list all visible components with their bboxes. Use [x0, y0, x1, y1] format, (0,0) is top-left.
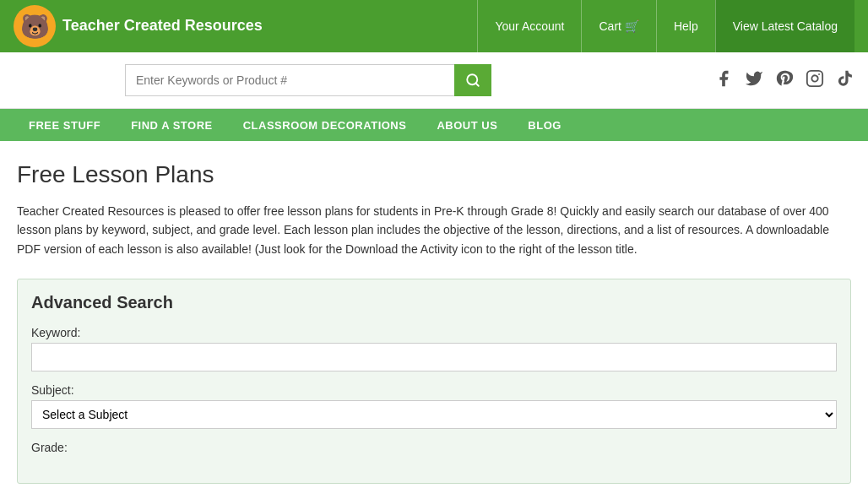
subject-group: Subject: Select a Subject Math Science R…	[31, 383, 837, 429]
advanced-search-box: Advanced Search Keyword: Subject: Select…	[17, 279, 851, 484]
main-nav-bar: FREE STUFF FIND A STORE CLASSROOM DECORA…	[0, 109, 868, 141]
search-button[interactable]	[454, 64, 491, 96]
tiktok-icon[interactable]	[836, 69, 854, 92]
logo-link[interactable]: 🐻 Teacher Created Resources	[14, 5, 263, 47]
grade-group: Grade:	[31, 441, 837, 454]
cart-label: Cart	[599, 19, 621, 33]
advanced-search-title: Advanced Search	[31, 293, 837, 312]
search-icon	[465, 73, 480, 88]
svg-rect-2	[807, 70, 822, 85]
nav-item-classroom-decorations[interactable]: CLASSROOM DECORATIONS	[228, 109, 422, 141]
nav-item-blog[interactable]: BLOG	[513, 109, 577, 141]
keyword-input[interactable]	[31, 343, 837, 371]
bear-logo-icon: 🐻	[14, 5, 56, 47]
cart-icon: 🛒	[625, 19, 639, 33]
subject-label: Subject:	[31, 383, 837, 397]
search-input[interactable]	[125, 64, 454, 96]
instagram-icon[interactable]	[806, 69, 824, 92]
search-bar	[125, 64, 491, 96]
search-area	[0, 52, 868, 109]
keyword-label: Keyword:	[31, 326, 837, 339]
svg-line-1	[475, 83, 478, 85]
logo-text: Teacher Created Resources	[62, 17, 263, 35]
nav-item-find-a-store[interactable]: FIND A STORE	[116, 109, 228, 141]
nav-item-free-stuff[interactable]: FREE STUFF	[14, 109, 116, 141]
social-icons-area	[714, 69, 854, 92]
keyword-group: Keyword:	[31, 326, 837, 371]
page-title: Free Lesson Plans	[17, 161, 851, 188]
main-content: Free Lesson Plans Teacher Created Resour…	[0, 141, 868, 488]
cart-link[interactable]: Cart 🛒	[581, 0, 655, 52]
view-catalog-link[interactable]: View Latest Catalog	[715, 0, 854, 52]
site-header: 🐻 Teacher Created Resources Your Account…	[0, 0, 868, 52]
grade-label: Grade:	[31, 441, 837, 454]
help-link[interactable]: Help	[656, 0, 715, 52]
twitter-icon[interactable]	[745, 69, 763, 92]
nav-item-about-us[interactable]: ABOUT US	[421, 109, 513, 141]
your-account-link[interactable]: Your Account	[477, 0, 581, 52]
header-nav: Your Account Cart 🛒 Help View Latest Cat…	[477, 0, 854, 52]
page-description: Teacher Created Resources is pleased to …	[17, 202, 851, 258]
facebook-icon[interactable]	[714, 69, 733, 92]
subject-select[interactable]: Select a Subject Math Science Reading Wr…	[31, 400, 837, 429]
pinterest-icon[interactable]	[775, 69, 794, 92]
